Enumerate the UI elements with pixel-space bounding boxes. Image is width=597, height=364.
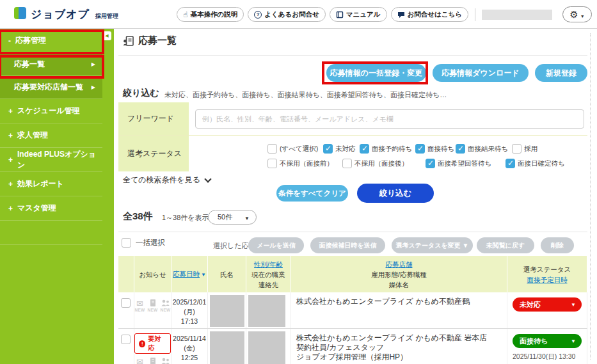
results-range: 1～38件を表示 xyxy=(162,213,209,223)
show-all-conditions-link[interactable]: 全ての検索条件を見る xyxy=(123,175,211,186)
sidebar-collapse-button[interactable] xyxy=(102,31,111,40)
row-checkbox[interactable] xyxy=(121,298,131,308)
alert-icon xyxy=(139,340,145,347)
store-name: 株式会社かもめエンタープライズ かもめ不動産鶴 xyxy=(296,297,503,306)
new-registration-button[interactable]: 新規登録 xyxy=(535,64,587,82)
book-icon xyxy=(336,11,344,19)
sidebar-item-label: 応募一覧 xyxy=(14,59,45,70)
brand-name: ジョブオプ xyxy=(31,9,90,20)
logo-icon xyxy=(14,7,26,19)
applied-date: 2025/11/14 xyxy=(171,334,207,344)
sidebar-item-indeed-plus-option[interactable]: + Indeed PLUSオプション xyxy=(0,148,102,172)
status-checkbox-interview-reservation[interactable]: 面接予約待ち xyxy=(360,144,412,154)
expand-plus-icon: + xyxy=(8,204,13,213)
faq-button[interactable]: よくあるお問合せ xyxy=(248,7,325,22)
sidebar-item-application-management[interactable]: - 応募管理 xyxy=(0,29,102,53)
gender-age-link[interactable]: 性別/年齢 xyxy=(254,259,283,269)
basic-guide-button[interactable]: ☝ 基本操作の説明 xyxy=(177,7,244,22)
status-dropdown[interactable]: 未対応 xyxy=(513,297,582,312)
faq-label: よくあるお問合せ xyxy=(264,10,319,19)
clear-conditions-button[interactable]: 条件をすべてクリア xyxy=(276,185,348,202)
send-interview-dates-button[interactable]: 面接候補日時を送信 xyxy=(310,237,385,253)
page-size-value: 50件 xyxy=(218,212,232,222)
basic-guide-label: 基本操作の説明 xyxy=(191,10,238,19)
sidebar-item-schedule-management[interactable]: + スケジュール管理 xyxy=(0,99,102,123)
send-mail-button[interactable]: メールを送信 xyxy=(248,237,304,253)
chevron-down-icon xyxy=(580,9,585,20)
status-label: 面接待ち xyxy=(520,336,548,346)
table-row: NEW NEW NEW 2025/12/01 (月) 17:13 株式会社かもめ… xyxy=(118,292,587,329)
download-button[interactable]: 応募情報ダウンロード xyxy=(433,64,529,82)
applied-weekday: (月) xyxy=(171,307,207,317)
hand-icon: ☝ xyxy=(183,11,187,19)
sidebar-item-stores-needing-response[interactable]: 応募要対応店舗一覧 xyxy=(0,76,102,99)
apply-filter-button[interactable]: 絞り込む xyxy=(357,184,434,203)
app-logo[interactable]: ジョブオプ 採用管理 xyxy=(14,7,118,20)
document-notification-icon: NEW xyxy=(148,357,157,364)
freeword-input[interactable] xyxy=(195,109,584,129)
status-checkbox-select-all[interactable]: (すべて選択) xyxy=(267,144,318,154)
page-size-select[interactable]: 50件 xyxy=(208,210,257,225)
row-checkbox[interactable] xyxy=(121,335,131,344)
applied-date: 2025/12/01 xyxy=(171,297,207,307)
checkbox-unchecked xyxy=(512,144,521,154)
sidebar-item-file-management[interactable]: + マスタ管理 xyxy=(0,196,102,221)
needs-response-badge: 要対応 xyxy=(134,333,171,354)
checkbox-checked xyxy=(323,144,333,154)
title-divider xyxy=(118,55,587,56)
collapse-minus-icon: - xyxy=(8,36,11,45)
employment-type: 契約社員/カフェスタッフ xyxy=(296,343,503,352)
change-status-button[interactable]: 選考ステータスを変更 ▼ xyxy=(392,237,473,253)
applicants-table: お知らせ 応募日時 氏名 性別/年齢 現在の職業 連絡先 応募店舗 雇用形態/応… xyxy=(118,256,587,364)
applied-time: 12:25 xyxy=(171,353,207,363)
sidebar-item-label: 求人管理 xyxy=(17,130,48,141)
expand-plus-icon: + xyxy=(8,131,13,140)
status-checkbox-rejected-before[interactable]: 不採用（面接前） xyxy=(267,159,333,168)
applied-time: 17:13 xyxy=(171,317,207,326)
sidebar-item-label: 応募管理 xyxy=(15,35,46,46)
scrollbar-track[interactable] xyxy=(590,33,591,360)
delete-button[interactable]: 削除 xyxy=(541,237,574,253)
sidebar-item-job-management[interactable]: + 求人管理 xyxy=(0,123,102,148)
header-store: 応募店舗 雇用形態/応募職種 媒体名 xyxy=(291,256,507,292)
filter-heading: 絞り込む xyxy=(123,88,159,99)
store-link[interactable]: 応募店舗 xyxy=(386,259,413,269)
checkbox-checked xyxy=(505,159,515,168)
gear-icon xyxy=(569,9,578,20)
account-name-redacted xyxy=(482,10,552,20)
status-checkbox-interview-waiting[interactable]: 面接待ち xyxy=(415,144,454,154)
status-checkbox-interview-request-reply[interactable]: 面接希望回答待ち xyxy=(426,159,491,168)
people-notification-icon: NEW xyxy=(161,299,170,312)
header-status: 選考ステータス 面接予定日時 xyxy=(507,256,587,292)
bulk-select-checkbox[interactable]: 一括選択 xyxy=(122,238,165,248)
checkbox-checked xyxy=(415,144,425,154)
expand-plus-icon: + xyxy=(8,107,13,116)
mark-unread-button[interactable]: 未閲覧に戻す xyxy=(477,237,534,253)
header-checkbox-column xyxy=(118,256,134,292)
status-dropdown[interactable]: 面接待ち xyxy=(513,334,582,348)
results-total: 全38件 xyxy=(123,210,153,223)
status-checkbox-hired[interactable]: 採用 xyxy=(512,144,537,154)
store-name: 株式会社かもめエンタープライズ かもめ不動産 岩本店 xyxy=(296,333,503,343)
status-checkbox-rejected-after[interactable]: 不採用（面接後） xyxy=(342,159,408,168)
sidebar-item-application-list[interactable]: 応募一覧 xyxy=(0,53,102,76)
status-checkbox-untouched[interactable]: 未対応 xyxy=(323,144,356,154)
settings-menu-button[interactable] xyxy=(562,6,592,22)
people-notification-icon: NEW xyxy=(161,357,170,364)
sidebar-item-performance-report[interactable]: + 効果レポート xyxy=(0,172,102,196)
header-divider xyxy=(475,8,475,21)
status-checkbox-interview-date-confirm[interactable]: 面接日確定待ち xyxy=(505,159,565,168)
name-redacted xyxy=(210,295,244,327)
table-header-row: お知らせ 応募日時 氏名 性別/年齢 現在の職業 連絡先 応募店舗 雇用形態/応… xyxy=(118,256,587,292)
sidebar-item-master-management[interactable] xyxy=(0,221,102,245)
filter-panel: フリーワード 選考ステータス (すべて選択) 未対応 面接予約待ち 面接待ち 面… xyxy=(118,102,587,171)
interview-date-link[interactable]: 面接予定日時 xyxy=(527,274,568,285)
status-checkbox-interview-result[interactable]: 面接結果待ち xyxy=(456,144,508,154)
applied-weekday: (金) xyxy=(171,344,207,353)
manual-button[interactable]: マニュアル xyxy=(330,7,387,22)
bulk-register-button[interactable]: 応募情報の一括登録・変更 xyxy=(326,64,426,82)
contact-button[interactable]: お問合せはこちら xyxy=(391,7,468,22)
checkbox-unchecked xyxy=(267,144,277,154)
sort-by-date-link[interactable]: 応募日時 xyxy=(173,270,200,278)
profile-redacted xyxy=(248,295,285,327)
